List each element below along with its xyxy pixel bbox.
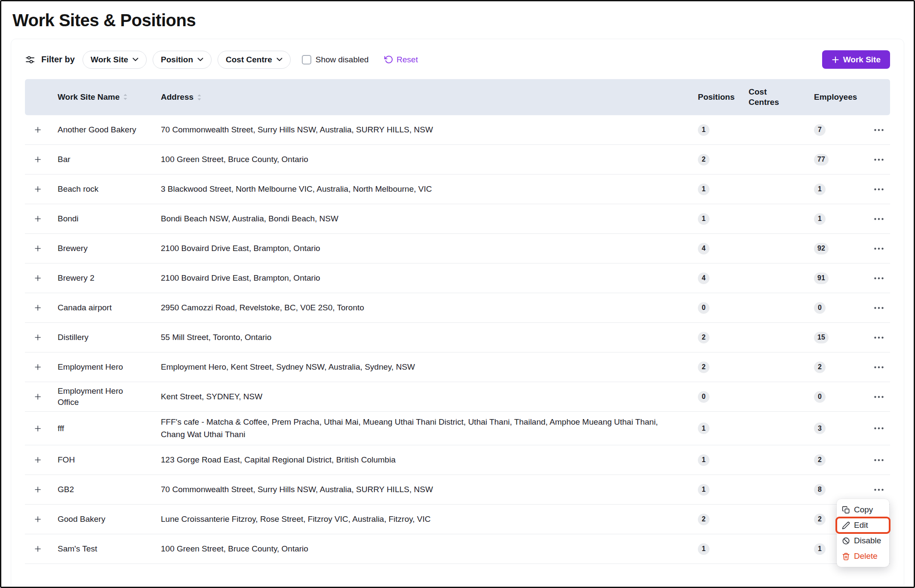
three-dots-icon (874, 488, 884, 491)
row-actions-menu-button[interactable] (871, 271, 887, 285)
sort-icon[interactable] (197, 94, 202, 101)
expand-row-button[interactable] (31, 212, 45, 226)
menu-item-delete[interactable]: Delete (837, 548, 889, 564)
table-row: Sam's Test 100 Green Street, Bruce Count… (25, 534, 890, 564)
filter-sliders-icon (25, 55, 35, 65)
worksite-name: Employment Hero (58, 361, 161, 373)
worksite-address: 2100 Bovaird Drive East, Brampton, Ontar… (161, 268, 697, 289)
three-dots-icon (874, 129, 884, 132)
column-header-work-site-name[interactable]: Work Site Name (58, 92, 161, 103)
worksite-name: Employment Hero Office (58, 386, 161, 407)
worksite-name: Beach rock (58, 184, 161, 195)
expand-row-button[interactable] (31, 390, 45, 404)
three-dots-icon (874, 306, 884, 309)
worksite-address: Lune Croissanterie Fitzroy, Rose Street,… (161, 509, 697, 530)
expand-row-button[interactable] (31, 242, 45, 255)
plus-icon (34, 245, 42, 252)
plus-icon (34, 215, 42, 223)
employees-count-badge: 7 (814, 124, 826, 136)
work-sites-table: Work Site Name Address Positions Cost Ce… (25, 79, 890, 564)
expand-row-button[interactable] (31, 360, 45, 374)
positions-count-badge: 2 (698, 332, 709, 343)
row-actions-menu-button[interactable] (871, 360, 887, 374)
expand-row-button[interactable] (31, 271, 45, 285)
work-site-filter-dropdown[interactable]: Work Site (83, 51, 147, 69)
sort-icon[interactable] (123, 93, 128, 101)
expand-row-button[interactable] (31, 301, 45, 315)
reset-filters-button[interactable]: Reset (381, 55, 421, 65)
menu-item-disable[interactable]: Disable (837, 533, 889, 548)
show-disabled-checkbox[interactable] (302, 55, 311, 64)
add-work-site-button[interactable]: Work Site (822, 50, 890, 69)
worksite-address: 2950 Camozzi Road, Revelstoke, BC, V0E 2… (161, 297, 697, 318)
chevron-down-icon (132, 58, 138, 61)
column-header-address[interactable]: Address (161, 87, 697, 108)
plus-icon (34, 425, 42, 432)
row-actions-menu-button[interactable] (871, 182, 887, 196)
menu-item-copy[interactable]: Copy (837, 502, 889, 518)
plus-icon (832, 56, 839, 64)
positions-count-badge: 0 (698, 302, 709, 314)
plus-icon (34, 456, 42, 464)
positions-count-badge: 2 (698, 514, 709, 525)
plus-icon (34, 393, 42, 401)
three-dots-icon (874, 459, 884, 462)
row-actions-menu-button[interactable] (871, 212, 887, 226)
pencil-icon (842, 521, 850, 530)
plus-icon (34, 545, 42, 553)
menu-item-edit[interactable]: Edit (837, 518, 889, 533)
cost-centre-filter-dropdown[interactable]: Cost Centre (218, 51, 291, 69)
column-header-employees: Employees (813, 92, 863, 102)
worksite-name: Bar (58, 154, 161, 165)
employees-count-badge: 2 (814, 361, 826, 373)
filter-by-label: Filter by (41, 55, 75, 64)
plus-icon (34, 274, 42, 282)
row-actions-menu-button[interactable] (871, 422, 887, 435)
page-title: Work Sites & Positions (1, 1, 914, 36)
row-actions-menu-button[interactable] (871, 390, 887, 404)
three-dots-icon (874, 217, 884, 220)
worksite-name: Brewery (58, 243, 161, 254)
reset-label: Reset (396, 55, 418, 64)
positions-count-badge: 4 (698, 243, 709, 254)
work-sites-page: Work Sites & Positions Filter by Work Si… (0, 0, 915, 588)
row-actions-menu-button[interactable] (871, 483, 887, 496)
worksite-name: GB2 (58, 484, 161, 495)
expand-row-button[interactable] (31, 512, 45, 526)
employees-count-badge: 3 (814, 423, 826, 434)
employees-count-badge: 8 (814, 484, 826, 496)
disable-icon (842, 537, 850, 545)
table-row: Good Bakery Lune Croissanterie Fitzroy, … (25, 505, 890, 534)
column-header-positions: Positions (697, 92, 749, 102)
expand-row-button[interactable] (31, 153, 45, 166)
row-actions-menu-button[interactable] (871, 242, 887, 255)
worksite-address: Bondi Beach NSW, Australia, Bondi Beach,… (161, 208, 697, 230)
row-actions-menu-button[interactable] (871, 123, 887, 137)
plus-icon (34, 156, 42, 163)
expand-row-button[interactable] (31, 542, 45, 556)
position-filter-dropdown[interactable]: Position (153, 51, 212, 69)
expand-row-button[interactable] (31, 483, 45, 496)
employees-count-badge: 2 (814, 514, 826, 525)
expand-row-button[interactable] (31, 331, 45, 344)
table-row: Employment Hero Employment Hero, Kent St… (25, 352, 890, 382)
expand-row-button[interactable] (31, 182, 45, 196)
filter-bar: Filter by Work Site Position Cost Centre… (11, 39, 904, 79)
expand-row-button[interactable] (31, 422, 45, 435)
content-card: Filter by Work Site Position Cost Centre… (11, 39, 904, 585)
worksite-address: 2100 Bovaird Drive East, Brampton, Ontar… (161, 238, 697, 259)
employees-count-badge: 1 (814, 543, 826, 555)
worksite-name: Brewery 2 (58, 273, 161, 284)
row-actions-menu-button[interactable] (871, 453, 887, 467)
expand-row-button[interactable] (31, 453, 45, 467)
positions-count-badge: 1 (698, 543, 709, 555)
row-actions-menu-button[interactable] (871, 331, 887, 344)
employees-count-badge: 92 (814, 243, 829, 254)
plus-icon (34, 363, 42, 371)
worksite-address: Kent Street, SYDNEY, NSW (161, 386, 697, 407)
worksite-name: Bondi (58, 213, 161, 224)
row-actions-menu-button[interactable] (871, 301, 887, 315)
positions-count-badge: 1 (698, 213, 709, 225)
expand-row-button[interactable] (31, 123, 45, 137)
row-actions-menu-button[interactable] (871, 153, 887, 166)
